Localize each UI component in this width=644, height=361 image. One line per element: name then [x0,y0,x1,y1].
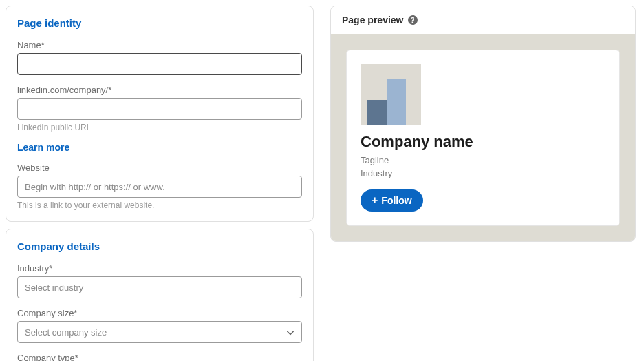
building-icon [367,100,387,125]
learn-more-link[interactable]: Learn more [17,142,69,153]
company-details-title: Company details [17,240,302,252]
name-input[interactable] [17,53,302,75]
industry-select[interactable] [17,276,302,298]
url-input[interactable] [17,98,302,120]
preview-industry: Industry [361,168,605,178]
industry-field: Industry* [17,263,302,298]
company-type-field: Company type* Select company type [17,353,302,361]
preview-body: Company name Tagline Industry + Follow [331,34,635,241]
name-field: Name* [17,40,302,75]
website-field: Website This is a link to your external … [17,163,302,210]
website-input[interactable] [17,176,302,198]
follow-label: Follow [381,195,411,206]
preview-title: Page preview [342,14,404,25]
company-preview-card: Company name Tagline Industry + Follow [346,50,620,226]
follow-button[interactable]: + Follow [361,189,423,212]
url-helper: LinkedIn public URL [17,123,302,132]
building-icon [387,79,406,125]
url-label: linkedin.com/company/* [17,85,302,95]
website-helper: This is a link to your external website. [17,200,302,210]
page-identity-section: Page identity Name* linkedin.com/company… [6,6,314,222]
preview-header: Page preview ? [331,6,635,34]
preview-company-name: Company name [361,133,605,151]
name-label: Name* [17,40,302,50]
company-size-field: Company size* Select company size [17,308,302,343]
url-field: linkedin.com/company/* LinkedIn public U… [17,85,302,132]
company-size-label: Company size* [17,308,302,318]
website-label: Website [17,163,302,173]
page-identity-title: Page identity [17,17,302,29]
company-size-select[interactable]: Select company size [17,321,302,343]
preview-tagline: Tagline [361,155,605,165]
industry-label: Industry* [17,263,302,274]
company-details-section: Company details Industry* Company size* … [6,229,314,361]
company-type-label: Company type* [17,353,302,361]
help-icon[interactable]: ? [408,15,418,25]
plus-icon: + [372,195,378,206]
page-preview-panel: Page preview ? Company name Tagline Indu… [330,6,636,242]
company-logo-placeholder [361,64,421,125]
